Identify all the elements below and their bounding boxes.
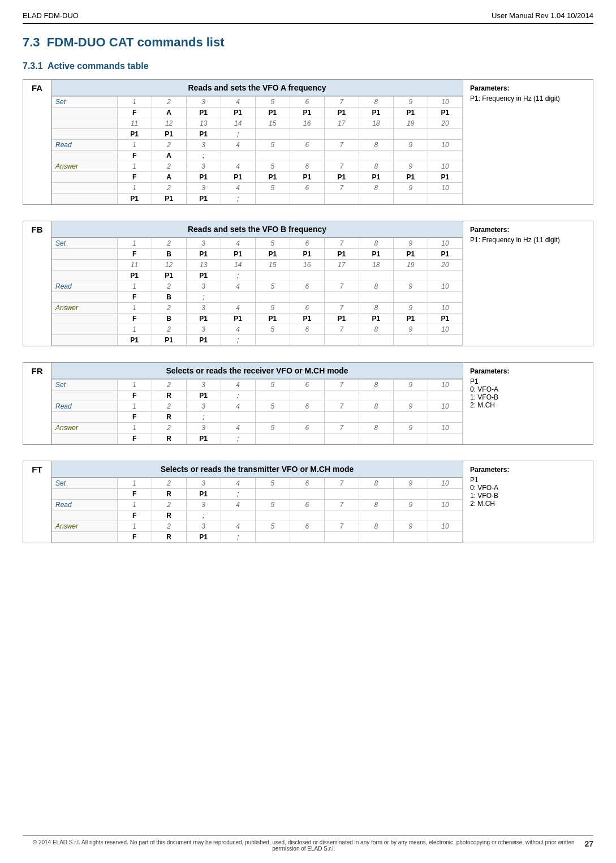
table-cell: ; — [186, 510, 221, 521]
row-label: Answer — [52, 161, 118, 172]
table-cell: P1 — [186, 108, 221, 118]
table-cell: P1 — [186, 335, 221, 346]
table-cell: 2 — [152, 238, 186, 249]
table-cell — [393, 194, 428, 204]
table-cell: 1 — [117, 521, 152, 532]
row-label: Set — [52, 97, 118, 108]
cmd-title-FA: Reads and sets the VFO A frequency — [51, 80, 463, 96]
row-label — [52, 510, 118, 521]
table-cell — [428, 489, 462, 500]
table-cell — [359, 151, 393, 161]
table-cell: 8 — [359, 161, 393, 172]
table-cell: P1 — [324, 172, 359, 183]
table-cell: 20 — [428, 260, 462, 271]
table-cell: P1 — [186, 314, 221, 324]
table-cell: P1 — [117, 129, 152, 140]
table-cell: 7 — [324, 380, 359, 390]
table-cell: 5 — [255, 238, 290, 249]
table-cell: 10 — [428, 500, 462, 510]
cmd-table-area-FA: Reads and sets the VFO A frequencySet123… — [51, 80, 463, 204]
table-cell: 8 — [359, 500, 393, 510]
table-cell: 1 — [117, 401, 152, 412]
table-cell — [324, 271, 359, 281]
table-cell: F — [117, 433, 152, 444]
row-label: Read — [52, 281, 118, 292]
table-cell — [393, 129, 428, 140]
commands-container: FAReads and sets the VFO A frequencySet1… — [23, 79, 593, 543]
table-cell: R — [152, 510, 186, 521]
table-cell — [290, 412, 324, 423]
table-cell: P1 — [186, 194, 221, 204]
table-cell — [255, 151, 290, 161]
table-cell — [359, 412, 393, 423]
table-cell: R — [152, 489, 186, 500]
table-cell: 8 — [359, 303, 393, 314]
row-label — [52, 412, 118, 423]
table-cell: 5 — [255, 161, 290, 172]
table-cell: F — [117, 314, 152, 324]
table-cell: 1 — [117, 281, 152, 292]
row-label — [52, 390, 118, 401]
table-cell: 4 — [221, 521, 255, 532]
table-cell: 5 — [255, 423, 290, 433]
table-cell: 5 — [255, 97, 290, 108]
table-cell — [290, 489, 324, 500]
cmd-grid-FT: Set12345678910FRP1;Read12345678910FR;Ans… — [51, 478, 463, 543]
cmd-table-area-FR: Selects or reads the receiver VFO or M.C… — [51, 363, 463, 444]
table-cell: 8 — [359, 238, 393, 249]
page-footer: 27 © 2014 ELAD S.r.l. All rights reserve… — [23, 835, 593, 852]
table-cell — [290, 335, 324, 346]
table-cell — [324, 412, 359, 423]
table-cell: 2 — [152, 324, 186, 335]
table-cell — [428, 335, 462, 346]
cmd-grid-FB: Set12345678910FBP1P1P1P1P1P1P1P111121314… — [51, 238, 463, 346]
table-cell: 2 — [152, 97, 186, 108]
params-title: Parameters: — [470, 226, 586, 234]
table-cell: F — [117, 412, 152, 423]
table-cell: 4 — [221, 500, 255, 510]
table-cell: F — [117, 532, 152, 543]
table-cell — [221, 151, 255, 161]
table-cell: F — [117, 172, 152, 183]
table-cell: P1 — [186, 249, 221, 260]
table-cell — [393, 433, 428, 444]
table-cell: 2 — [152, 478, 186, 489]
table-cell — [428, 151, 462, 161]
table-cell: 4 — [221, 97, 255, 108]
table-cell: 9 — [393, 401, 428, 412]
table-cell: 17 — [324, 118, 359, 129]
table-cell: 4 — [221, 324, 255, 335]
table-cell: A — [152, 108, 186, 118]
table-cell: P1 — [324, 108, 359, 118]
cmd-params-FA: Parameters:P1: Frequency in Hz (11 digit… — [463, 80, 593, 204]
table-cell: 6 — [290, 380, 324, 390]
table-cell: 1 — [117, 183, 152, 194]
table-cell: 1 — [117, 423, 152, 433]
table-cell: P1 — [428, 108, 462, 118]
table-cell: 5 — [255, 478, 290, 489]
param-item: 2: M.CH — [470, 500, 586, 508]
table-cell: P1 — [359, 108, 393, 118]
table-cell: 4 — [221, 303, 255, 314]
table-cell: 11 — [117, 260, 152, 271]
table-cell: 9 — [393, 324, 428, 335]
cmd-table-area-FT: Selects or reads the transmitter VFO or … — [51, 461, 463, 543]
table-cell — [290, 510, 324, 521]
row-label — [52, 194, 118, 204]
table-cell: 2 — [152, 521, 186, 532]
table-cell: P1 — [152, 335, 186, 346]
table-cell — [324, 433, 359, 444]
table-cell: 7 — [324, 521, 359, 532]
table-row: FA; — [52, 151, 463, 161]
table-cell: 12 — [152, 118, 186, 129]
table-cell: 4 — [221, 281, 255, 292]
table-cell: B — [152, 249, 186, 260]
table-cell: 6 — [290, 161, 324, 172]
table-cell: 7 — [324, 324, 359, 335]
table-cell — [324, 510, 359, 521]
page-header: ELAD FDM-DUO User Manual Rev 1.04 10/201… — [23, 11, 593, 24]
table-cell: P1 — [221, 314, 255, 324]
table-cell: 2 — [152, 380, 186, 390]
command-block-FA: FAReads and sets the VFO A frequencySet1… — [23, 79, 593, 205]
table-cell — [255, 510, 290, 521]
